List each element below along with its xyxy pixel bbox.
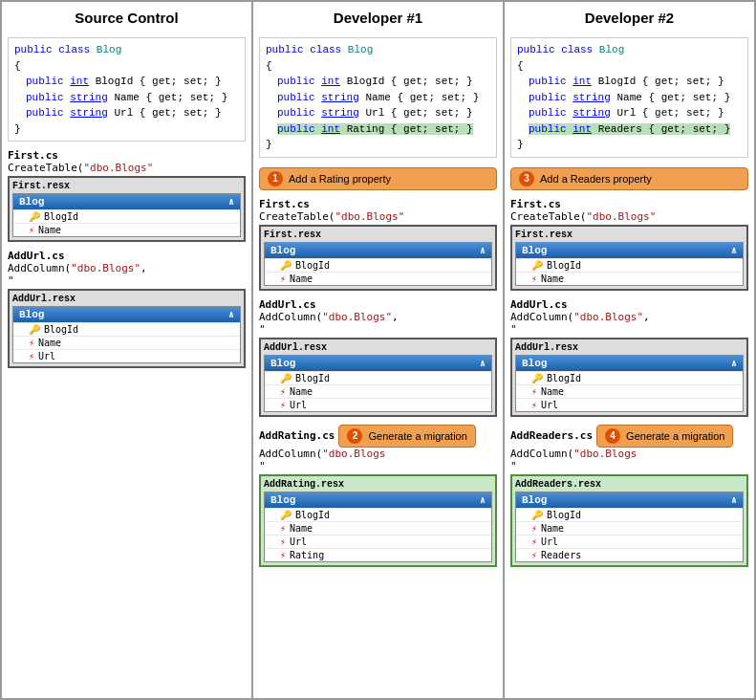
sort-icon2: ∧	[228, 309, 234, 320]
col3-addurl-resx-outer: AddUrl.resx Blog ∧ 🔑 BlogId ⚡ Name ⚡ Url	[510, 338, 748, 417]
col2-addurl-resx-outer: AddUrl.resx Blog ∧ 🔑 BlogId ⚡ Name ⚡ Url	[259, 338, 497, 417]
callout-number-3: 3	[519, 171, 534, 186]
key-icon5: 🔑	[280, 510, 292, 520]
col2-addrating-row-blogid: 🔑 BlogId	[265, 508, 491, 521]
col3-addreaders-row-url: ⚡ Url	[516, 535, 743, 548]
col2-addrating-db-title: Blog ∧	[265, 492, 491, 508]
field-icon5: ⚡	[280, 386, 286, 397]
col3-addreaders-resx-outer: AddReaders.resx Blog ∧ 🔑 BlogId ⚡ Name ⚡…	[510, 474, 748, 567]
col2-addurl-row-url: ⚡ Url	[265, 398, 491, 411]
field-icon15: ⚡	[531, 550, 537, 560]
col1-code-block: public class Blog { public int BlogId { …	[8, 37, 246, 142]
col3-addreaders-row-readers: ⚡ Readers	[516, 548, 743, 561]
col2-code-block: public class Blog { public int BlogId { …	[259, 37, 497, 158]
key-icon3: 🔑	[280, 260, 292, 271]
key-icon: 🔑	[29, 211, 40, 222]
field-icon7: ⚡	[280, 523, 286, 534]
col1-addurl-row-url: ⚡ Url	[13, 349, 240, 362]
key-icon6: 🔑	[531, 260, 543, 271]
col2-addrating-resx-outer: AddRating.resx Blog ∧ 🔑 BlogId ⚡ Name ⚡ …	[259, 474, 497, 567]
col1-addurl-db-title: Blog ∧	[13, 307, 240, 322]
col2-first-section: First.cs CreateTable("dbo.Blogs" First.r…	[259, 198, 497, 291]
col3-first-cs-label: First.cs	[510, 198, 748, 210]
callout-1: 1 Add a Rating property	[259, 167, 497, 190]
callout-4: 4 Generate a migration	[596, 425, 733, 448]
col1-addurl-section: AddUrl.cs AddColumn("dbo.Blogs", " AddUr…	[8, 250, 246, 368]
col3-addreaders-resx-label: AddReaders.resx	[515, 479, 744, 490]
column-source-control: Source Control public class Blog { publi…	[2, 2, 253, 698]
col3-addurl-cs-label: AddUrl.cs	[510, 298, 748, 311]
col1-addurl-cs-label: AddUrl.cs	[8, 250, 246, 262]
col1-first-db: Blog ∧ 🔑 BlogId ⚡ Name	[12, 193, 241, 237]
field-icon4: ⚡	[280, 273, 286, 284]
col3-addreaders-header-row: AddReaders.cs 4 Generate a migration	[510, 425, 748, 448]
field-icon6: ⚡	[280, 400, 286, 410]
col2-addrating-db: Blog ∧ 🔑 BlogId ⚡ Name ⚡ Url ⚡ Rating	[264, 492, 492, 562]
key-icon7: 🔑	[531, 373, 543, 383]
key-icon4: 🔑	[280, 373, 292, 383]
col2-addurl-row-blogid: 🔑 BlogId	[265, 371, 491, 384]
col2-addrating-row-url: ⚡ Url	[265, 535, 491, 548]
sort-icon4: ∧	[480, 358, 486, 369]
col2-header: Developer #1	[259, 10, 497, 26]
sort-icon6: ∧	[731, 245, 737, 256]
col2-addrating-header-row: AddRating.cs 2 Generate a migration	[259, 425, 497, 448]
col1-first-resx-label: First.resx	[12, 181, 241, 191]
sort-icon7: ∧	[731, 358, 737, 369]
field-icon9: ⚡	[280, 550, 286, 560]
col1-first-row-name: ⚡ Name	[13, 223, 240, 236]
key-icon2: 🔑	[29, 324, 40, 335]
callout-3-text: Add a Readers property	[540, 173, 652, 185]
col3-first-resx-outer: First.resx Blog ∧ 🔑 BlogId ⚡ Name	[510, 225, 748, 291]
col1-first-row-blogid: 🔑 BlogId	[13, 209, 240, 223]
field-icon14: ⚡	[531, 536, 537, 547]
callout-2-text: Generate a migration	[368, 430, 466, 442]
col2-addurl-resx-label: AddUrl.resx	[264, 342, 492, 353]
field-icon13: ⚡	[531, 523, 537, 534]
field-icon3: ⚡	[29, 351, 34, 361]
field-icon10: ⚡	[531, 273, 537, 284]
col1-addurl-row-name: ⚡ Name	[13, 336, 240, 349]
callout-3: 3 Add a Readers property	[510, 167, 748, 190]
col2-addurl-cs-label: AddUrl.cs	[259, 298, 497, 311]
column-dev1: Developer #1 public class Blog { public …	[253, 2, 505, 698]
col1-first-db-title: Blog ∧	[13, 194, 240, 209]
callout-2: 2 Generate a migration	[338, 425, 475, 448]
sort-icon8: ∧	[731, 494, 737, 506]
col3-addreaders-row-blogid: 🔑 BlogId	[516, 508, 743, 521]
callout-number-4: 4	[605, 428, 620, 444]
col3-first-row-name: ⚡ Name	[516, 272, 743, 285]
col3-first-db: Blog ∧ 🔑 BlogId ⚡ Name	[515, 242, 744, 286]
col2-addurl-db-title: Blog ∧	[265, 356, 491, 371]
main-container: Source Control public class Blog { publi…	[0, 0, 756, 700]
col2-addrating-row-rating: ⚡ Rating	[265, 548, 491, 561]
callout-1-text: Add a Rating property	[289, 173, 391, 185]
col2-first-row-name: ⚡ Name	[265, 272, 491, 285]
col3-addurl-row-blogid: 🔑 BlogId	[516, 371, 743, 384]
col3-addurl-row-url: ⚡ Url	[516, 398, 743, 411]
field-icon11: ⚡	[531, 386, 537, 397]
col1-addurl-resx-outer: AddUrl.resx Blog ∧ 🔑 BlogId ⚡ Name ⚡ Url	[8, 289, 246, 368]
sort-icon: ∧	[228, 196, 234, 208]
col1-addurl-row-blogid: 🔑 BlogId	[13, 322, 240, 336]
col2-first-row-blogid: 🔑 BlogId	[265, 258, 491, 272]
sort-icon3: ∧	[480, 245, 486, 256]
col3-addreaders-db-title: Blog ∧	[516, 492, 743, 508]
col1-first-section: First.cs CreateTable("dbo.Blogs" First.r…	[8, 149, 246, 242]
col1-first-cs-label: First.cs	[8, 149, 246, 162]
field-icon2: ⚡	[29, 338, 34, 348]
col3-code-block: public class Blog { public int BlogId { …	[510, 37, 748, 158]
col2-first-resx-label: First.resx	[264, 230, 492, 240]
key-icon8: 🔑	[531, 510, 543, 520]
col1-addurl-db: Blog ∧ 🔑 BlogId ⚡ Name ⚡ Url	[12, 306, 241, 363]
col3-addreaders-row-name: ⚡ Name	[516, 521, 743, 535]
col2-addurl-row-name: ⚡ Name	[265, 384, 491, 398]
col2-first-cs-label: First.cs	[259, 198, 497, 210]
col1-header: Source Control	[8, 10, 246, 26]
col3-addreaders-section: AddReaders.cs 4 Generate a migration Add…	[510, 425, 748, 567]
col2-first-resx-outer: First.resx Blog ∧ 🔑 BlogId ⚡ Name	[259, 225, 497, 291]
col1-first-resx-outer: First.resx Blog ∧ 🔑 BlogId ⚡ Name	[8, 176, 246, 242]
field-icon: ⚡	[29, 225, 34, 235]
sort-icon5: ∧	[480, 494, 486, 506]
col2-addrating-row-name: ⚡ Name	[265, 521, 491, 535]
